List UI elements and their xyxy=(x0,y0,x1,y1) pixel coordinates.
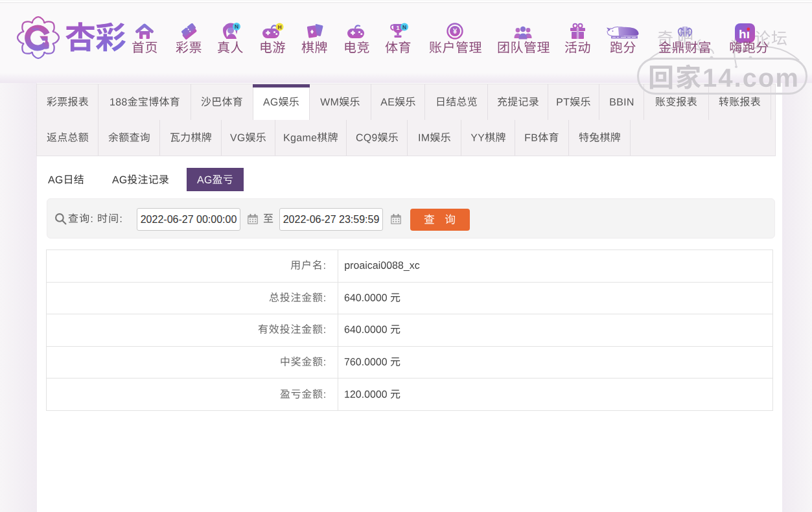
svg-text:N: N xyxy=(234,23,238,30)
svg-text:¥: ¥ xyxy=(453,27,458,35)
svg-text:1: 1 xyxy=(396,25,399,31)
svg-text:H: H xyxy=(277,24,281,30)
svg-text:N: N xyxy=(402,24,406,30)
